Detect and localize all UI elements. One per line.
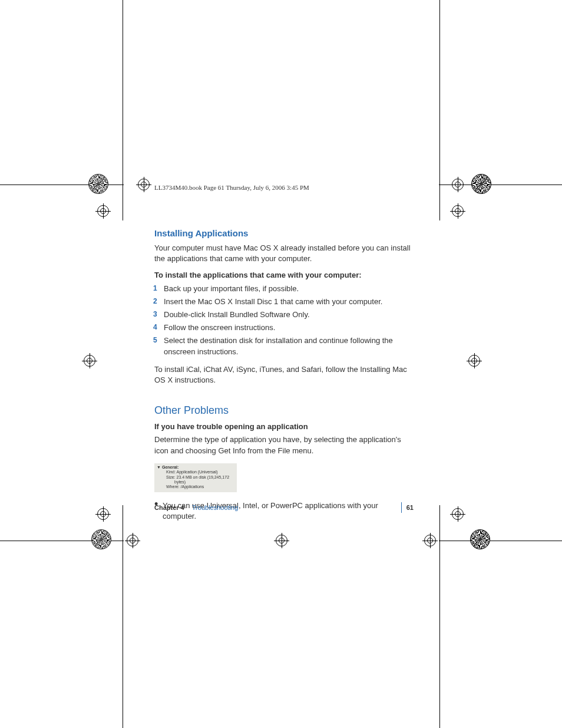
crop-line xyxy=(439,505,440,728)
list-item: 2Insert the Mac OS X Install Disc 1 that… xyxy=(154,297,414,307)
registration-mark-icon xyxy=(127,535,138,546)
page-content: Installing Applications Your computer mu… xyxy=(154,227,414,524)
registration-mark-icon xyxy=(138,179,150,190)
info-row-where: Where: /Applications xyxy=(166,485,234,489)
registration-mark-icon xyxy=(424,535,436,546)
info-row-kind: Kind: Application (Universal) xyxy=(166,470,234,475)
step-number: 3 xyxy=(153,309,157,319)
section-heading-other: Other Problems xyxy=(154,403,414,418)
chapter-title: Troubleshooting xyxy=(192,504,238,511)
info-row-size: Size: 23.4 MB on disk (19,245,172 bytes) xyxy=(166,475,234,485)
crop-line xyxy=(123,505,123,728)
step-number: 5 xyxy=(153,335,157,345)
info-label: Kind: xyxy=(166,470,176,474)
crop-line xyxy=(439,541,562,541)
footer-left: Chapter 4 Troubleshooting xyxy=(154,504,238,511)
procedure-heading: To install the applications that came wi… xyxy=(154,270,414,281)
list-item: 4Follow the onscreen instructions. xyxy=(154,322,414,333)
footer-right: 61 xyxy=(396,502,414,513)
step-text: Back up your important files, if possibl… xyxy=(164,284,299,293)
page-number: 61 xyxy=(406,504,414,511)
general-disclosure: ▼General: xyxy=(157,465,234,470)
color-target-icon xyxy=(470,529,490,549)
registration-mark-icon xyxy=(452,179,464,190)
list-item: 1Back up your important files, if possib… xyxy=(154,284,414,294)
list-item: 3Double-click Install Bundled Software O… xyxy=(154,309,414,320)
note-paragraph: To install iCal, iChat AV, iSync, iTunes… xyxy=(154,364,414,386)
registration-mark-icon xyxy=(452,508,464,520)
info-label: Size: xyxy=(166,475,176,479)
step-text: Select the destination disk for installa… xyxy=(164,336,393,355)
registration-mark-icon xyxy=(84,355,95,367)
registration-mark-icon xyxy=(452,205,464,217)
chapter-label: Chapter 4 xyxy=(154,504,184,511)
registration-mark-icon xyxy=(97,205,109,217)
step-text: Follow the onscreen instructions. xyxy=(164,323,275,332)
step-number: 4 xyxy=(153,322,157,332)
info-value: Application (Universal) xyxy=(177,470,218,474)
registration-mark-icon xyxy=(468,355,480,367)
section-heading-installing: Installing Applications xyxy=(154,227,414,239)
step-text: Double-click Install Bundled Software On… xyxy=(164,310,310,319)
color-target-icon xyxy=(91,529,111,549)
step-text: Insert the Mac OS X Install Disc 1 that … xyxy=(164,297,382,306)
info-label: Where: xyxy=(166,485,180,489)
sub-heading: If you have trouble opening an applicati… xyxy=(154,421,414,432)
list-item: 5Select the destination disk for install… xyxy=(154,335,414,357)
footer-separator xyxy=(401,502,402,513)
get-info-panel: ▼General: Kind: Application (Universal) … xyxy=(154,463,237,492)
disclosure-triangle-icon: ▼ xyxy=(157,465,161,470)
intro-paragraph: Your computer must have Mac OS X already… xyxy=(154,243,414,264)
crop-line xyxy=(439,0,440,220)
running-header: LL3734M40.book Page 61 Thursday, July 6,… xyxy=(154,184,309,191)
crop-line xyxy=(123,0,123,220)
info-value: 23.4 MB on disk (19,245,172 bytes) xyxy=(174,475,229,484)
registration-mark-icon xyxy=(276,535,287,546)
page-footer: Chapter 4 Troubleshooting 61 xyxy=(154,502,414,513)
info-value: /Applications xyxy=(181,485,204,489)
step-number: 1 xyxy=(153,284,157,294)
registration-mark-icon xyxy=(97,508,109,520)
step-number: 2 xyxy=(153,297,157,307)
general-label: General: xyxy=(162,465,178,469)
color-target-icon xyxy=(471,174,491,194)
intro-paragraph: Determine the type of application you ha… xyxy=(154,434,414,456)
color-target-icon xyxy=(88,174,108,194)
procedure-list: 1Back up your important files, if possib… xyxy=(154,284,414,357)
